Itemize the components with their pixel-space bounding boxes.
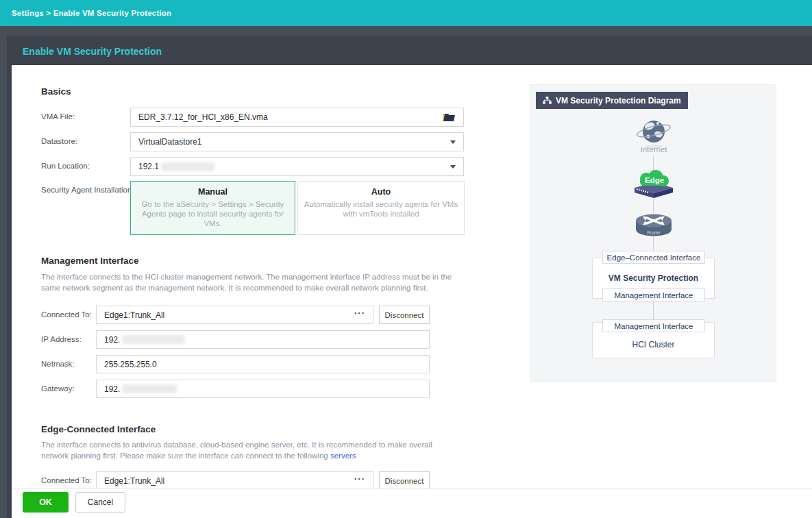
redacted-value <box>122 384 177 393</box>
gateway-input[interactable]: 192. <box>96 380 430 398</box>
page-title: Enable VM Security Protection <box>23 46 162 57</box>
ok-button[interactable]: OK <box>23 492 69 513</box>
internet-label: Internet <box>613 145 695 153</box>
breadcrumb-bar: Settings > Enable VM Security Protection <box>0 0 812 26</box>
vma-file-value: EDR_3.7.12_for_HCI_x86_EN.vma <box>138 112 443 122</box>
edge-connected-description: The interface connects to antivirus data… <box>41 439 432 461</box>
management-interface-box-bottom: Management Interface <box>602 319 705 332</box>
mgmt-connected-to-value: Edge1:Trunk_All <box>104 310 354 320</box>
edge-icon: Edge <box>628 170 680 203</box>
redacted-value <box>161 162 214 171</box>
mgmt-connected-to-field[interactable]: Edge1:Trunk_All ··· <box>96 306 373 324</box>
netmask-label: Netmask: <box>41 360 75 368</box>
more-options-button[interactable]: ··· <box>354 476 365 482</box>
management-interface-box-top: Management Interface <box>602 288 705 301</box>
diagram-title-badge: VM Security Protection Diagram <box>536 92 688 109</box>
run-location-label: Run Location: <box>41 162 90 170</box>
svg-text:Edge: Edge <box>645 176 664 184</box>
gateway-value: 192. <box>104 384 421 394</box>
breadcrumb[interactable]: Settings > Enable VM Security Protection <box>12 9 171 17</box>
content-area: Basics VMA File: EDR_3.7.12_for_HCI_x86_… <box>12 65 812 489</box>
netmask-input[interactable]: 255.255.255.0 <box>96 355 430 373</box>
edge-disconnect-button[interactable]: Disconnect <box>379 471 430 489</box>
footer-bar: OK Cancel <box>12 489 812 518</box>
edge-connected-heading: Edge-Connected Interface <box>41 424 156 434</box>
agent-install-option-manual[interactable]: Manual Go to the aSecurity > Settings > … <box>130 181 295 235</box>
ip-address-label: IP Address: <box>41 335 82 343</box>
cancel-button[interactable]: Cancel <box>75 492 125 513</box>
datastore-value: VirtualDatastore1 <box>138 137 450 147</box>
run-location-value: 192.1 <box>138 162 450 171</box>
svg-text:Router: Router <box>647 230 661 235</box>
basics-heading: Basics <box>41 86 71 97</box>
edge-connected-to-label: Connected To: <box>41 476 92 484</box>
option-title: Auto <box>302 187 460 197</box>
agent-install-option-auto[interactable]: Auto Automatically install security agen… <box>297 181 465 235</box>
mgmt-connected-to-label: Connected To: <box>41 310 92 319</box>
diagram-title: VM Security Protection Diagram <box>556 96 681 106</box>
management-interface-heading: Management Interface <box>41 256 139 266</box>
datastore-label: Datastore: <box>41 137 77 145</box>
chevron-down-icon[interactable] <box>450 140 456 144</box>
run-location-select[interactable]: 192.1 <box>130 157 464 176</box>
app-window: Settings > Enable VM Security Protection… <box>0 0 812 518</box>
netmask-value: 255.255.255.0 <box>104 360 421 369</box>
folder-browse-icon[interactable] <box>443 112 456 122</box>
agent-install-label: Security Agent Installation: <box>41 186 134 194</box>
servers-link[interactable]: servers <box>330 452 356 460</box>
sitemap-icon <box>543 97 552 104</box>
vm-security-protection-label: VM Security Protection <box>592 273 715 283</box>
more-options-button[interactable]: ··· <box>354 310 365 317</box>
management-interface-description: The interface connects to the HCI cluste… <box>41 271 452 293</box>
mgmt-disconnect-button[interactable]: Disconnect <box>379 306 430 324</box>
option-description: Automatically install security agents fo… <box>302 199 460 219</box>
redacted-value <box>122 335 185 344</box>
option-title: Manual <box>135 187 291 197</box>
datastore-select[interactable]: VirtualDatastore1 <box>130 132 464 151</box>
vm-security-protection-diagram: VM Security Protection Diagram Int <box>530 84 776 382</box>
router-icon: Router <box>632 211 676 241</box>
option-description: Go to the aSecurity > Settings > Securit… <box>135 199 291 228</box>
vma-file-input[interactable]: EDR_3.7.12_for_HCI_x86_EN.vma <box>130 108 464 127</box>
edge-connected-to-field[interactable]: Edge1:Trunk_All ··· <box>96 471 373 489</box>
chevron-down-icon[interactable] <box>450 165 456 169</box>
connector-line <box>653 301 654 320</box>
edge-connected-interface-box: Edge–Connected Interface <box>602 251 705 264</box>
gateway-label: Gateway: <box>41 384 75 393</box>
ip-address-input[interactable]: 192. <box>96 330 430 349</box>
edge-connected-to-value: Edge1:Trunk_All <box>104 476 354 486</box>
vma-file-label: VMA File: <box>41 112 75 121</box>
hci-cluster-label: HCI Cluster <box>592 340 715 349</box>
ip-address-value: 192. <box>104 335 421 345</box>
